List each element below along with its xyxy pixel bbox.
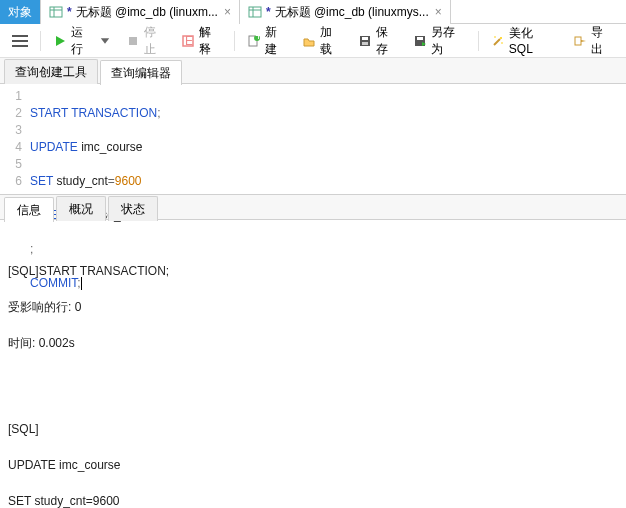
svg-rect-15 xyxy=(362,37,368,40)
kw: TRANSACTION xyxy=(71,106,157,120)
query-subtabs: 查询创建工具 查询编辑器 xyxy=(0,58,626,84)
kw: SET xyxy=(30,174,53,188)
output-line: 时间: 0.002s xyxy=(8,334,618,352)
svg-point-23 xyxy=(501,42,503,44)
button-label: 导出 xyxy=(591,24,614,58)
line-number: 1 xyxy=(0,88,22,105)
tab-status[interactable]: 状态 xyxy=(108,196,158,221)
svg-rect-18 xyxy=(417,37,423,40)
kw: START xyxy=(30,106,68,120)
explain-button[interactable]: E 解释 xyxy=(175,28,228,54)
output-line: [SQL] xyxy=(8,420,618,438)
line-number: 2 xyxy=(0,105,22,122)
tab-profile[interactable]: 概况 xyxy=(56,196,106,221)
punct: ; xyxy=(157,106,160,120)
tab-query-1[interactable]: * 无标题 @imc_db (linuxm... × xyxy=(41,0,240,24)
svg-marker-6 xyxy=(56,36,65,46)
play-icon xyxy=(53,34,67,48)
save-button[interactable]: 保存 xyxy=(352,28,405,54)
tab-label: 信息 xyxy=(17,202,41,219)
svg-line-20 xyxy=(494,39,500,45)
svg-rect-3 xyxy=(249,7,261,17)
svg-marker-7 xyxy=(101,38,109,44)
tab-query-editor[interactable]: 查询编辑器 xyxy=(100,60,182,85)
button-label: 解释 xyxy=(199,24,222,58)
tab-query-builder[interactable]: 查询创建工具 xyxy=(4,59,98,84)
line-number: 3 xyxy=(0,122,22,139)
output-line: UPDATE imc_course xyxy=(8,456,618,474)
menu-button[interactable] xyxy=(6,29,34,53)
tab-label: 查询编辑器 xyxy=(111,65,171,82)
svg-text:E: E xyxy=(185,34,193,48)
line-number: 6 xyxy=(0,173,22,190)
wand-icon xyxy=(491,34,505,48)
stop-icon xyxy=(126,34,140,48)
explain-icon: E xyxy=(181,34,195,48)
run-button[interactable]: 运行 xyxy=(47,28,118,54)
punct: ; xyxy=(30,242,33,256)
export-button[interactable]: 导出 xyxy=(567,28,620,54)
tab-label: 对象 xyxy=(8,4,32,21)
svg-point-22 xyxy=(494,36,496,38)
output-line: SET study_cnt=9600 xyxy=(8,492,618,508)
new-button[interactable]: + 新建 xyxy=(241,28,294,54)
tab-objects[interactable]: 对象 xyxy=(0,0,41,24)
svg-point-21 xyxy=(500,37,502,39)
button-label: 美化 SQL xyxy=(509,25,559,56)
tab-query-2[interactable]: * 无标题 @imc_db (linuxmys... × xyxy=(240,0,451,24)
new-icon: + xyxy=(247,34,261,48)
close-icon[interactable]: × xyxy=(435,5,442,19)
kw: UPDATE xyxy=(30,140,78,154)
line-gutter: 1 2 3 4 5 6 xyxy=(0,88,30,194)
toolbar: 运行 停止 E 解释 + 新建 加载 保存 另存为 美化 SQL 导出 xyxy=(0,24,626,58)
line-number: 5 xyxy=(0,156,22,173)
save-icon xyxy=(358,34,372,48)
svg-marker-25 xyxy=(581,40,586,42)
dirty-indicator: * xyxy=(67,5,72,19)
separator xyxy=(234,31,235,51)
query-icon xyxy=(49,5,63,19)
ident: imc_course xyxy=(78,140,143,154)
document-tabs: 对象 * 无标题 @imc_db (linuxm... × * 无标题 @imc… xyxy=(0,0,626,24)
tab-label: 查询创建工具 xyxy=(15,64,87,81)
stop-button[interactable]: 停止 xyxy=(120,28,173,54)
svg-text:+: + xyxy=(255,34,261,43)
sql-editor[interactable]: 1 2 3 4 5 6 START TRANSACTION; UPDATE im… xyxy=(0,84,626,194)
saveas-button[interactable]: 另存为 xyxy=(407,28,472,54)
button-label: 保存 xyxy=(376,24,399,58)
tab-info[interactable]: 信息 xyxy=(4,197,54,222)
query-icon xyxy=(248,5,262,19)
button-label: 运行 xyxy=(71,24,94,58)
ident: study_cnt xyxy=(53,174,108,188)
op: = xyxy=(108,174,115,188)
button-label: 新建 xyxy=(265,24,288,58)
output-block: [SQL] UPDATE imc_course SET study_cnt=96… xyxy=(8,402,618,508)
tab-label: 状态 xyxy=(121,201,145,218)
load-button[interactable]: 加载 xyxy=(296,28,349,54)
button-label: 加载 xyxy=(320,24,343,58)
tab-label: 概况 xyxy=(69,201,93,218)
saveas-icon xyxy=(413,34,427,48)
code-area[interactable]: START TRANSACTION; UPDATE imc_course SET… xyxy=(30,88,626,194)
close-icon[interactable]: × xyxy=(224,5,231,19)
separator xyxy=(478,31,479,51)
svg-rect-16 xyxy=(362,42,368,45)
export-icon xyxy=(573,34,587,48)
button-label: 另存为 xyxy=(431,24,466,58)
dirty-indicator: * xyxy=(266,5,271,19)
chevron-down-icon xyxy=(98,34,112,48)
svg-rect-0 xyxy=(50,7,62,17)
tab-label: 无标题 @imc_db (linuxm... xyxy=(76,4,218,21)
beautify-button[interactable]: 美化 SQL xyxy=(485,28,565,54)
tab-label: 无标题 @imc_db (linuxmys... xyxy=(275,4,429,21)
num: 9600 xyxy=(115,174,142,188)
load-icon xyxy=(302,34,316,48)
button-label: 停止 xyxy=(144,24,167,58)
separator xyxy=(40,31,41,51)
line-number: 4 xyxy=(0,139,22,156)
svg-rect-24 xyxy=(575,37,581,45)
svg-rect-8 xyxy=(129,37,137,45)
